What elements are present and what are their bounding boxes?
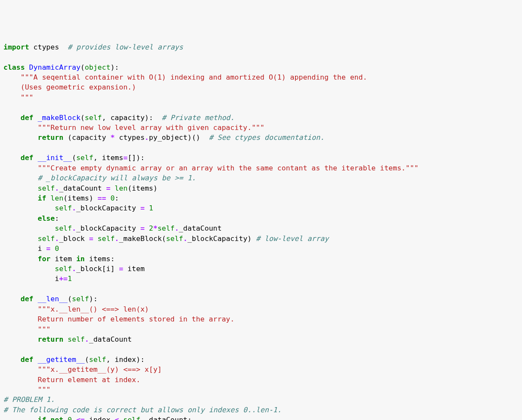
code-block: import ctypes # provides low-level array…: [3, 42, 519, 420]
